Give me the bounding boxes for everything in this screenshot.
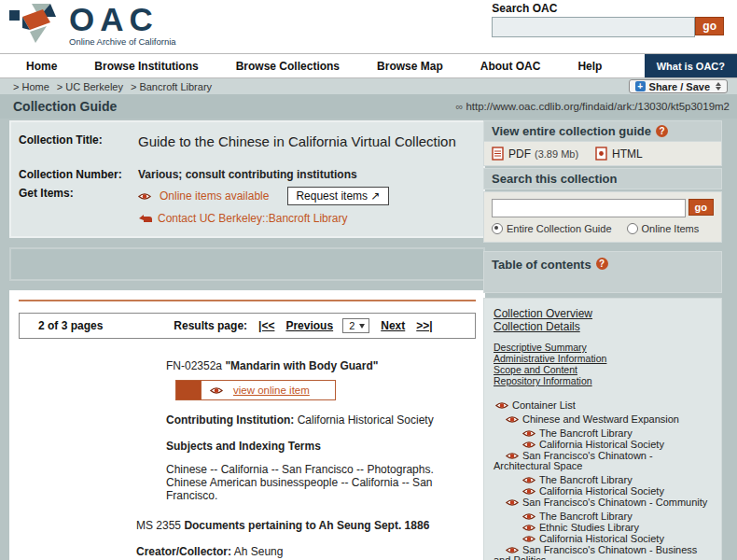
- pager-previous-link[interactable]: Previous: [285, 319, 333, 332]
- page-title: Collection Guide: [13, 99, 117, 114]
- online-items-link[interactable]: Online items available: [160, 189, 269, 203]
- page-select-value: 2: [349, 320, 355, 331]
- eye-icon: [506, 452, 519, 460]
- pdf-link[interactable]: PDF: [508, 147, 531, 161]
- breadcrumb-separator: >: [57, 81, 63, 92]
- site-header: OAC Online Archive of California Search …: [0, 0, 737, 53]
- what-is-oac-button[interactable]: What is OAC?: [645, 54, 737, 77]
- pager-last-link[interactable]: >>|: [416, 319, 432, 332]
- breadcrumb-bancroft-library[interactable]: Bancroft Library: [139, 81, 212, 92]
- search-collection-header: Search this collection: [483, 168, 722, 189]
- collection-number-value: Various; consult contributing institutio…: [138, 168, 357, 181]
- share-save-dropdown-icon: [716, 82, 721, 91]
- toc-repository-item[interactable]: The Bancroft Library: [494, 511, 712, 522]
- help-icon[interactable]: ?: [656, 125, 668, 137]
- toc-administrative-information[interactable]: Administrative Information: [494, 353, 712, 364]
- pager-status: 2 of 3 pages: [38, 319, 103, 332]
- item-id: FN-02352a: [166, 359, 222, 372]
- toc-descriptive-summary[interactable]: Descriptive Summary: [494, 342, 712, 353]
- item-heading: FN-02352a "Mandarin with Body Guard": [166, 359, 485, 372]
- toc-series[interactable]: San Francisco's Chinatown - Architectura…: [494, 451, 712, 471]
- logo-wordmark: OAC: [69, 3, 176, 36]
- toc-repository-item[interactable]: The Bancroft Library: [494, 428, 712, 439]
- toc-repository-information[interactable]: Repository Information: [494, 375, 712, 386]
- sidebar: View entire collection guide ? PDF (3.89…: [483, 120, 722, 560]
- html-icon: [595, 147, 607, 161]
- breadcrumb-uc-berkeley[interactable]: UC Berkeley: [65, 81, 123, 92]
- pager-next-link[interactable]: Next: [381, 319, 405, 332]
- collection-overview-panel: Collection Title: Guide to the Chinese i…: [9, 120, 485, 238]
- collection-guide-banner: Collection Guide ∞http://www.oac.cdlib.o…: [0, 94, 737, 119]
- html-link[interactable]: HTML: [612, 147, 643, 161]
- view-guide-header: View entire collection guide ?: [483, 120, 722, 142]
- search-oac-input[interactable]: [492, 17, 695, 37]
- radio-entire-collection-guide[interactable]: Entire Collection Guide: [492, 223, 612, 234]
- breadcrumb-home[interactable]: Home: [21, 81, 49, 92]
- request-items-button[interactable]: Request items ↗: [287, 187, 388, 205]
- item-id: MS 2355: [136, 519, 181, 532]
- eye-icon: [522, 441, 535, 449]
- toc-scope-and-content[interactable]: Scope and Content: [494, 364, 712, 375]
- search-collection-go-button[interactable]: go: [688, 199, 714, 216]
- page-select[interactable]: 2: [342, 318, 369, 333]
- contact-repository-link[interactable]: Contact UC Berkeley::Bancroft Library: [158, 212, 347, 225]
- nav-browse-map[interactable]: Browse Map: [377, 60, 443, 73]
- contact-icon: [138, 213, 153, 224]
- toc-series[interactable]: San Francisco's Chinatown - Community: [494, 497, 712, 508]
- toc-tree: Container List Chinese and Westward Expa…: [494, 400, 712, 560]
- toc-repository-item[interactable]: Ethnic Studies Library: [494, 523, 712, 533]
- search-oac-go-button[interactable]: go: [695, 17, 724, 35]
- view-online-item-link[interactable]: view online item: [233, 385, 310, 396]
- toc-repository-item[interactable]: California Historical Society: [494, 486, 712, 497]
- nav-help[interactable]: Help: [577, 60, 602, 73]
- permalink[interactable]: ∞http://www.oac.cdlib.org/findaid/ark:/1…: [456, 101, 730, 112]
- toc-collection-details[interactable]: Collection Details: [494, 320, 712, 333]
- thumbnail-block: [176, 381, 202, 399]
- radio-online-items[interactable]: Online Items: [627, 223, 700, 234]
- left-column: Collection Title: Guide to the Chinese i…: [9, 120, 485, 560]
- toc-collection-overview[interactable]: Collection Overview: [494, 307, 712, 320]
- eye-icon: [506, 415, 519, 424]
- pdf-size: (3.89 Mb): [535, 148, 578, 160]
- toc-repository-item[interactable]: California Historical Society: [494, 440, 712, 450]
- toc-series[interactable]: San Francisco's Chinatown - Business and…: [494, 545, 712, 560]
- nav-home[interactable]: Home: [26, 60, 57, 73]
- toc-series[interactable]: Chinese and Westward Expansion: [494, 414, 712, 425]
- pager-label: Results page:: [174, 319, 247, 332]
- share-save-button[interactable]: + Share / Save: [629, 79, 728, 93]
- eye-icon: [522, 512, 535, 521]
- search-collection-input[interactable]: [492, 199, 686, 217]
- eye-icon: [495, 401, 508, 410]
- download-row: PDF (3.89 Mb) HTML: [483, 142, 722, 166]
- subject-term: Chinese -- California -- San Francisco -…: [166, 463, 485, 502]
- oac-logo[interactable]: OAC Online Archive of California: [9, 3, 176, 47]
- eye-icon: [506, 498, 519, 507]
- toc-repository-item[interactable]: California Historical Society: [494, 534, 712, 544]
- eye-icon: [522, 429, 535, 438]
- radio-selected-icon: [492, 223, 503, 234]
- view-online-item-box[interactable]: view online item: [175, 380, 336, 400]
- help-icon[interactable]: ?: [596, 258, 608, 270]
- breadcrumb: >Home >UC Berkeley >Bancroft Library + S…: [0, 78, 737, 94]
- nav-about-oac[interactable]: About OAC: [480, 60, 541, 73]
- site-search: Search OAC go: [492, 2, 724, 37]
- share-plus-icon: +: [635, 81, 646, 91]
- nav-browse-collections[interactable]: Browse Collections: [236, 60, 340, 73]
- toc-repository-item[interactable]: The Bancroft Library: [494, 475, 712, 485]
- empty-toolbar-box: [9, 247, 485, 281]
- nav-browse-institutions[interactable]: Browse Institutions: [94, 60, 198, 73]
- result-item: FN-02352a "Mandarin with Body Guard" vie…: [166, 359, 485, 502]
- toc-container-list[interactable]: Container List: [494, 400, 712, 411]
- main-nav: Home Browse Institutions Browse Collecti…: [0, 53, 737, 78]
- dropdown-caret-icon: [359, 324, 365, 329]
- toc-header: Table of contents ?: [483, 251, 722, 293]
- permalink-icon: ∞: [456, 101, 464, 112]
- content-area: Collection Title: Guide to the Chinese i…: [0, 119, 737, 560]
- subjects-heading: Subjects and Indexing Terms: [166, 440, 485, 453]
- pdf-icon: [492, 147, 504, 161]
- pager-first-link[interactable]: |<<: [258, 319, 274, 332]
- item-title: Documents pertaining to Ah Seung Sept. 1…: [184, 519, 429, 532]
- results-pager: 2 of 3 pages Results page: |<< Previous …: [19, 313, 476, 339]
- logo-tagline: Online Archive of California: [69, 36, 176, 47]
- collection-number-label: Collection Number:: [19, 168, 138, 181]
